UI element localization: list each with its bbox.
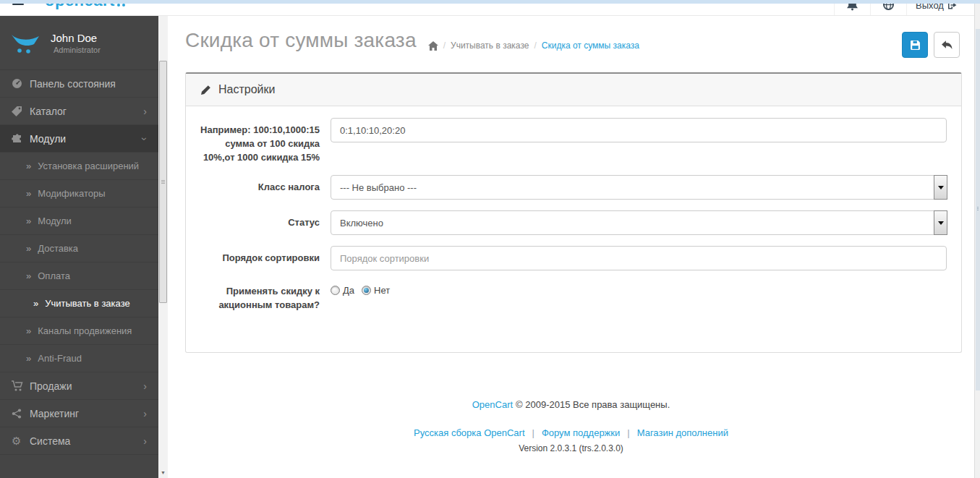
footer-separator: | (627, 427, 629, 438)
puzzle-icon (12, 133, 30, 144)
scrollbar-grip (161, 180, 165, 184)
logo-dot (117, 4, 120, 7)
chevron-right-icon (143, 436, 147, 446)
sidebar-scrollbar-thumb[interactable] (159, 61, 167, 303)
top-blue-strip (0, 0, 980, 4)
sidebar-item-modifications[interactable]: Модификаторы (0, 180, 158, 208)
breadcrumb: / Учитывать в заказе / Скидка от суммы з… (428, 40, 639, 51)
chevron-right-icon (143, 409, 147, 419)
gear-icon (12, 435, 30, 448)
sidebar-item-sales[interactable]: Продажи (0, 372, 158, 400)
double-arrow-icon (26, 353, 38, 364)
panel-heading: Настройки (186, 74, 961, 106)
field-label-sort-order: Порядок сортировки (200, 246, 331, 265)
page-title: Скидка от суммы заказа (185, 29, 417, 52)
sidebar-item-modules-sub[interactable]: Модули (0, 208, 158, 235)
sidebar-subitem-label: Модули (38, 215, 72, 226)
sidebar-scrollbar[interactable] (158, 16, 168, 478)
window-scrollbar-thumb[interactable] (976, 29, 980, 390)
sidebar-item-dashboard[interactable]: Панель состояния (0, 70, 158, 98)
sidebar-item-catalog[interactable]: Каталог (0, 98, 158, 125)
tag-icon (12, 106, 30, 116)
cart-logo-icon (10, 32, 42, 54)
sidebar-item-payment[interactable]: Оплата (0, 263, 158, 290)
sidebar-subitem-label: Установка расширений (38, 161, 139, 171)
footer-link-support-forum[interactable]: Форум поддержки (542, 427, 620, 438)
radio-yes-label[interactable]: Да (343, 285, 354, 296)
sidebar-subitem-label: Учитывать в заказе (45, 298, 129, 309)
radio-no-label[interactable]: Нет (374, 285, 390, 296)
sidebar-item-order-totals[interactable]: Учитывать в заказе (0, 290, 158, 317)
sidebar-item-label: Продажи (30, 380, 143, 392)
field-label-example: Например: 100:10,1000:15 сумма от 100 ск… (200, 118, 331, 164)
floppy-save-icon (910, 40, 921, 51)
page-footer: OpenCart© 2009-2015 Все права защищены. … (168, 399, 974, 453)
footer-separator: | (532, 427, 534, 438)
double-arrow-icon (26, 325, 38, 336)
chevron-down-icon (140, 137, 150, 140)
footer-link-russian-build[interactable]: Русская сборка OpenCart (414, 427, 524, 438)
opencart-footer-link[interactable]: OpenCart (472, 399, 513, 410)
sidebar-item-marketing[interactable]: Маркетинг (0, 400, 158, 427)
home-icon[interactable] (428, 41, 438, 51)
breadcrumb-link-current[interactable]: Скидка от суммы заказа (542, 40, 639, 51)
tax-class-selected-value: --- Не выбрано --- (340, 182, 417, 193)
sidebar-item-label: Маркетинг (30, 408, 143, 419)
sort-order-input[interactable] (331, 246, 947, 270)
select-dropdown-arrow[interactable] (934, 175, 947, 200)
radio-yes[interactable] (331, 286, 340, 295)
sidebar-item-label: Модули (30, 133, 143, 145)
double-arrow-icon (26, 188, 38, 199)
sidebar-item-feeds[interactable]: Каналы продвижения (0, 317, 158, 345)
select-dropdown-arrow[interactable] (934, 210, 947, 235)
double-arrow-icon (26, 243, 38, 254)
cart-icon (12, 380, 30, 391)
breadcrumb-link-order-totals[interactable]: Учитывать в заказе (451, 40, 529, 51)
sidebar: John Doe Administrator Панель состояния … (0, 16, 158, 478)
breadcrumb-separator: / (443, 40, 446, 51)
double-arrow-icon (26, 161, 38, 171)
sidebar-item-extension-installer[interactable]: Установка расширений (0, 153, 158, 180)
sidebar-item-system[interactable]: Система (0, 427, 158, 455)
sidebar-item-modules[interactable]: Модули (0, 125, 158, 153)
copyright-text: © 2009-2015 Все права защищены. (516, 399, 670, 410)
sidebar-item-shipping[interactable]: Доставка (0, 235, 158, 263)
chevron-right-icon (143, 381, 147, 391)
sidebar-subitem-label: Модификаторы (38, 188, 105, 199)
back-arrow-icon (941, 40, 953, 51)
breadcrumb-separator: / (534, 40, 536, 51)
footer-link-extensions-store[interactable]: Магазин дополнений (637, 427, 728, 438)
sidebar-item-label: Каталог (30, 106, 143, 117)
save-button[interactable] (902, 32, 928, 58)
user-role: Administrator (54, 46, 101, 54)
field-label-tax-class: Класс налога (200, 175, 331, 194)
user-profile: John Doe Administrator (0, 16, 158, 70)
radio-no[interactable] (362, 286, 371, 295)
chevron-right-icon (143, 106, 147, 116)
back-button[interactable] (934, 32, 960, 58)
status-selected-value: Включено (340, 218, 383, 229)
sidebar-subitem-label: Каналы продвижения (38, 325, 132, 336)
sidebar-item-label: Система (30, 435, 143, 447)
scrollbar-grip (977, 207, 979, 211)
sidebar-item-anti-fraud[interactable]: Anti-Fraud (0, 345, 158, 372)
double-arrow-icon (26, 215, 38, 226)
sidebar-subitem-label: Anti-Fraud (38, 353, 82, 364)
main-content: Скидка от суммы заказа / Учитывать в зак… (168, 16, 974, 478)
version-text: Version 2.0.3.1 (trs.2.0.3.0) (168, 443, 974, 453)
discount-rules-input[interactable] (331, 118, 947, 142)
status-select[interactable]: Включено (331, 210, 947, 235)
sidebar-subitem-label: Доставка (38, 243, 78, 254)
user-name: John Doe (51, 32, 101, 44)
share-icon (12, 409, 30, 419)
sidebar-subitem-label: Оплата (38, 270, 70, 281)
sidebar-item-label: Панель состояния (30, 78, 147, 90)
sidebar-scrollbar-down-button[interactable] (158, 467, 168, 478)
tax-class-select[interactable]: --- Не выбрано --- (331, 175, 947, 200)
field-label-status: Статус (200, 210, 331, 229)
field-label-promo-discount: Применять скидку к акционным товарам? (200, 281, 331, 312)
promo-discount-radio-group: Да Нет (331, 281, 947, 296)
double-arrow-icon (33, 298, 45, 309)
window-scrollbar[interactable] (974, 0, 980, 478)
settings-panel: Настройки Например: 100:10,1000:15 сумма… (185, 72, 962, 353)
